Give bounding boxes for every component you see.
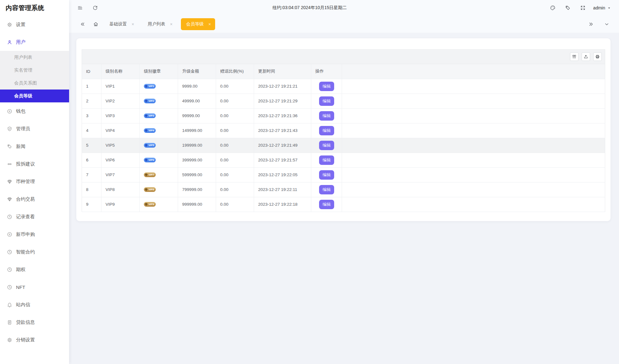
columns-button[interactable] — [570, 52, 578, 61]
cell-badge: VIP1 — [140, 79, 178, 94]
sidebar-item-12[interactable]: 记录查看 — [0, 208, 69, 225]
cell-filler — [342, 167, 605, 182]
cell-level-name: VIP3 — [101, 108, 140, 123]
sidebar-item-17[interactable]: 站内信 — [0, 296, 69, 313]
tab-1[interactable]: 用户列表 × — [143, 18, 176, 30]
sidebar-item-18[interactable]: 贷款信息 — [0, 313, 69, 331]
diamond-icon — [7, 179, 12, 184]
sidebar-item-1[interactable]: 用户 — [0, 33, 69, 51]
sidebar-item-16[interactable]: NFT — [0, 278, 69, 296]
menu-label: 记录查看 — [16, 214, 35, 220]
cell-filler — [342, 153, 605, 167]
columns-icon — [572, 54, 577, 59]
sidebar-item-15[interactable]: 期权 — [0, 261, 69, 278]
submenu-label: 会员关系图 — [14, 80, 37, 86]
cell-ratio: 0.00 — [216, 123, 254, 138]
tab-label: 会员等级 — [186, 21, 204, 27]
sidebar-subitem-5[interactable]: 会员等级 — [0, 90, 69, 102]
diamond-icon — [7, 197, 12, 202]
menu-label: 期权 — [16, 267, 25, 273]
cell-amount: 999999.00 — [178, 197, 216, 212]
tab-0[interactable]: 基础设置 × — [104, 18, 138, 30]
cell-filler — [342, 94, 605, 108]
cell-updated: 2023-12-27 19:22:05 — [254, 167, 311, 182]
sidebar-item-13[interactable]: 新币申购 — [0, 225, 69, 243]
cell-level-name: VIP9 — [101, 197, 140, 212]
sidebar-item-19[interactable]: 分销设置 — [0, 331, 69, 349]
gem-icon — [145, 100, 148, 102]
edit-button[interactable]: 编辑 — [319, 126, 334, 135]
cell-level-name: VIP6 — [101, 153, 140, 167]
submenu-label: 实名管理 — [14, 67, 32, 73]
tab-2[interactable]: 会员等级 × — [181, 18, 215, 30]
export-button[interactable] — [582, 52, 590, 61]
sidebar-item-9[interactable]: 投拆建议 — [0, 155, 69, 173]
close-icon[interactable]: × — [132, 22, 134, 26]
cell-updated: 2023-12-27 19:22:11 — [254, 182, 311, 197]
cell-ratio: 0.00 — [216, 94, 254, 108]
clock-icon — [7, 214, 12, 220]
cell-updated: 2023-12-27 19:21:36 — [254, 108, 311, 123]
edit-button[interactable]: 编辑 — [319, 170, 334, 180]
tabs-scroll-left-icon[interactable] — [78, 19, 87, 29]
admin-menu[interactable]: admin — [593, 5, 611, 10]
gem-icon — [145, 188, 148, 191]
table-header-row: ID级别名称级别徽章升级金额赠送比例(%)更新时间操作 — [82, 64, 605, 79]
cell-badge: VIP9 — [140, 197, 178, 212]
tabs-options-icon[interactable] — [602, 19, 611, 29]
edit-button[interactable]: 编辑 — [319, 96, 334, 106]
collapse-menu-button[interactable] — [75, 3, 85, 13]
sidebar-subitem-2[interactable]: 用户列表 — [0, 51, 69, 64]
dollar-icon — [7, 232, 12, 237]
sidebar-subitem-4[interactable]: 会员关系图 — [0, 77, 69, 90]
gear-icon — [7, 22, 12, 27]
clock-icon — [7, 285, 12, 290]
cell-action: 编辑 — [311, 108, 342, 123]
cell-updated: 2023-12-27 19:22:18 — [254, 197, 311, 212]
sidebar-item-11[interactable]: 合约交易 — [0, 190, 69, 208]
refresh-button[interactable] — [90, 3, 100, 13]
edit-button[interactable]: 编辑 — [319, 200, 334, 209]
main-area: 纽约:03:04:07 2024年10月15日星期二 admin 基础设置 × … — [69, 0, 619, 364]
vip-badge-icon: VIP8 — [144, 187, 156, 192]
cell-level-name: VIP2 — [101, 94, 140, 108]
edit-button[interactable]: 编辑 — [319, 185, 334, 194]
sidebar-subitem-3[interactable]: 实名管理 — [0, 64, 69, 77]
app-title: 内容管理系统 — [0, 0, 69, 16]
sidebar-item-10[interactable]: 币种管理 — [0, 173, 69, 190]
edit-button[interactable]: 编辑 — [319, 141, 334, 150]
palette-icon[interactable] — [548, 3, 557, 13]
cell-level-name: VIP4 — [101, 123, 140, 138]
tabs-scroll-right-icon[interactable] — [586, 19, 596, 29]
print-button[interactable] — [593, 52, 602, 61]
sidebar-item-6[interactable]: 钱包 — [0, 102, 69, 120]
vip-badge-text: VIP5 — [149, 144, 154, 147]
sidebar-item-14[interactable]: 智能合约 — [0, 243, 69, 261]
cell-action: 编辑 — [311, 79, 342, 94]
submenu-label: 会员等级 — [14, 93, 32, 99]
cell-amount: 799999.00 — [178, 182, 216, 197]
cell-id: 9 — [82, 197, 101, 212]
menu-label: 钱包 — [16, 108, 25, 114]
cell-level-name: VIP8 — [101, 182, 140, 197]
sidebar-item-7[interactable]: 管理员 — [0, 120, 69, 138]
close-icon[interactable]: × — [170, 22, 172, 26]
sidebar-item-0[interactable]: 设置 — [0, 16, 69, 33]
edit-button[interactable]: 编辑 — [319, 111, 334, 121]
table-row: 6 VIP6 VIP6 399999.00 0.00 2023-12-27 19… — [82, 153, 605, 167]
edit-button[interactable]: 编辑 — [319, 155, 334, 165]
vip-badge-icon: VIP9 — [144, 202, 156, 207]
edit-button[interactable]: 编辑 — [319, 82, 334, 91]
gem-icon — [145, 173, 148, 176]
fullscreen-icon[interactable] — [578, 3, 588, 13]
sidebar-item-8[interactable]: 新闻 — [0, 138, 69, 155]
home-icon[interactable] — [91, 19, 100, 29]
close-icon[interactable]: × — [208, 22, 211, 26]
tag-icon[interactable] — [563, 3, 573, 13]
cell-updated: 2023-12-27 19:21:21 — [254, 79, 311, 94]
cell-ratio: 0.00 — [216, 108, 254, 123]
cell-filler — [342, 197, 605, 212]
vip-badge-text: VIP8 — [149, 188, 154, 191]
cell-ratio: 0.00 — [216, 138, 254, 153]
vip-badge-icon: VIP3 — [144, 113, 156, 118]
